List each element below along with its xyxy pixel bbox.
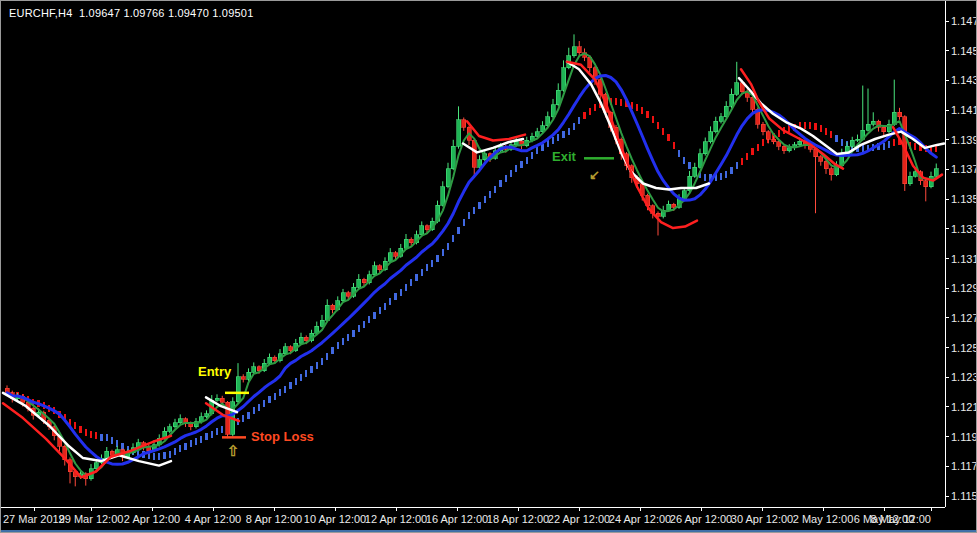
trend-dot bbox=[762, 139, 764, 146]
bull-candle bbox=[420, 226, 424, 235]
trend-dot bbox=[211, 431, 213, 438]
trend-dot bbox=[835, 135, 837, 142]
date-axis-label: 12 Apr 12:00 bbox=[365, 513, 427, 525]
trend-dot bbox=[221, 426, 223, 433]
trend-dot bbox=[678, 150, 680, 157]
price-axis-label: 1.13795 bbox=[951, 163, 977, 175]
trend-dot bbox=[379, 307, 381, 314]
trend-dot bbox=[825, 128, 827, 135]
trend-dot bbox=[552, 137, 554, 144]
trend-dot bbox=[589, 108, 591, 115]
trend-dot bbox=[274, 393, 276, 400]
trend-dot bbox=[841, 139, 843, 146]
ma-blue-line bbox=[7, 75, 936, 464]
bull-candle bbox=[934, 169, 938, 176]
price-axis-label: 1.12995 bbox=[951, 282, 977, 294]
chart-title-overlay: EURCHF,H4 1.09647 1.09766 1.09470 1.0950… bbox=[9, 7, 253, 19]
bear-candle bbox=[472, 140, 476, 167]
trend-dot bbox=[494, 186, 496, 193]
buy-arrow-icon: ⇧ bbox=[227, 442, 240, 460]
bull-candle bbox=[215, 398, 219, 400]
trend-dot bbox=[421, 269, 423, 276]
bear-candle bbox=[462, 120, 466, 127]
trend-dot bbox=[531, 152, 533, 159]
trend-dot bbox=[295, 378, 297, 385]
bull-candle bbox=[908, 176, 912, 183]
bear-candle bbox=[761, 124, 765, 131]
trend-dot bbox=[300, 374, 302, 381]
trend-dot bbox=[830, 131, 832, 138]
bull-candle bbox=[457, 120, 461, 147]
bull-candle bbox=[535, 132, 539, 136]
trend-dot bbox=[489, 191, 491, 198]
trend-dot bbox=[106, 434, 108, 441]
trend-dot bbox=[436, 255, 438, 262]
trend-dot bbox=[515, 165, 517, 172]
trend-dot bbox=[169, 451, 171, 458]
trend-dot bbox=[730, 167, 732, 174]
bull-candle bbox=[268, 357, 272, 363]
price-axis-label: 1.14595 bbox=[951, 45, 977, 57]
bull-candle bbox=[283, 347, 287, 354]
trend-dot bbox=[331, 347, 333, 354]
trend-dot bbox=[583, 112, 585, 119]
trend-dot bbox=[90, 431, 92, 438]
trend-dot bbox=[184, 443, 186, 450]
window-bottom-edge bbox=[1, 530, 976, 532]
trend-dot bbox=[394, 293, 396, 300]
trend-dot bbox=[620, 99, 622, 106]
bull-candle bbox=[871, 121, 875, 124]
date-axis-label: 10 Apr 12:00 bbox=[304, 513, 366, 525]
bull-candle bbox=[856, 139, 860, 140]
trend-dot bbox=[316, 362, 318, 369]
trend-dot bbox=[615, 98, 617, 105]
trend-dot bbox=[179, 445, 181, 452]
trend-dot bbox=[426, 264, 428, 271]
trend-dot bbox=[268, 396, 270, 403]
chart-plot-area[interactable] bbox=[1, 1, 977, 533]
trend-dot bbox=[673, 142, 675, 149]
trend-dot bbox=[568, 128, 570, 135]
ma-green-line bbox=[7, 53, 936, 475]
bear-candle bbox=[331, 305, 335, 309]
bull-candle bbox=[94, 463, 98, 469]
date-axis-label: 29 Mar 12:00 bbox=[59, 513, 124, 525]
bear-candle bbox=[273, 357, 277, 361]
bear-candle bbox=[577, 47, 581, 53]
trend-dot bbox=[578, 117, 580, 124]
bull-candle bbox=[866, 124, 870, 130]
trend-dot bbox=[190, 440, 192, 447]
bull-candle bbox=[404, 239, 408, 248]
bull-candle bbox=[730, 94, 734, 106]
trend-dot bbox=[321, 358, 323, 365]
trend-dot bbox=[820, 125, 822, 132]
trend-dot bbox=[646, 111, 648, 118]
date-axis-label: 2 Apr 12:00 bbox=[124, 513, 180, 525]
trend-dot bbox=[258, 404, 260, 411]
trend-dot bbox=[247, 412, 249, 419]
trend-dot bbox=[358, 325, 360, 332]
trend-dot bbox=[484, 196, 486, 203]
trend-dot bbox=[478, 202, 480, 209]
trend-dot bbox=[557, 134, 559, 141]
bull-candle bbox=[703, 142, 707, 154]
bear-candle bbox=[362, 279, 366, 283]
bull-candle bbox=[709, 132, 713, 142]
date-axis-label: 16 Apr 12:00 bbox=[426, 513, 488, 525]
chart-window: EURCHF,H4 1.09647 1.09766 1.09470 1.0950… bbox=[0, 0, 977, 533]
bear-candle bbox=[672, 204, 676, 207]
trend-dot bbox=[431, 260, 433, 267]
trend-dot bbox=[893, 139, 895, 146]
bull-candle bbox=[913, 172, 917, 176]
bear-candle bbox=[241, 377, 245, 380]
price-axis-label: 1.14795 bbox=[951, 15, 977, 27]
bear-candle bbox=[110, 451, 114, 455]
trend-dot bbox=[809, 122, 811, 129]
bull-candle bbox=[236, 377, 240, 402]
bull-candle bbox=[572, 47, 576, 56]
trend-dot bbox=[757, 144, 759, 151]
bear-candle bbox=[346, 293, 350, 297]
trend-dot bbox=[389, 298, 391, 305]
trend-dot bbox=[253, 407, 255, 414]
trend-dot bbox=[573, 123, 575, 130]
